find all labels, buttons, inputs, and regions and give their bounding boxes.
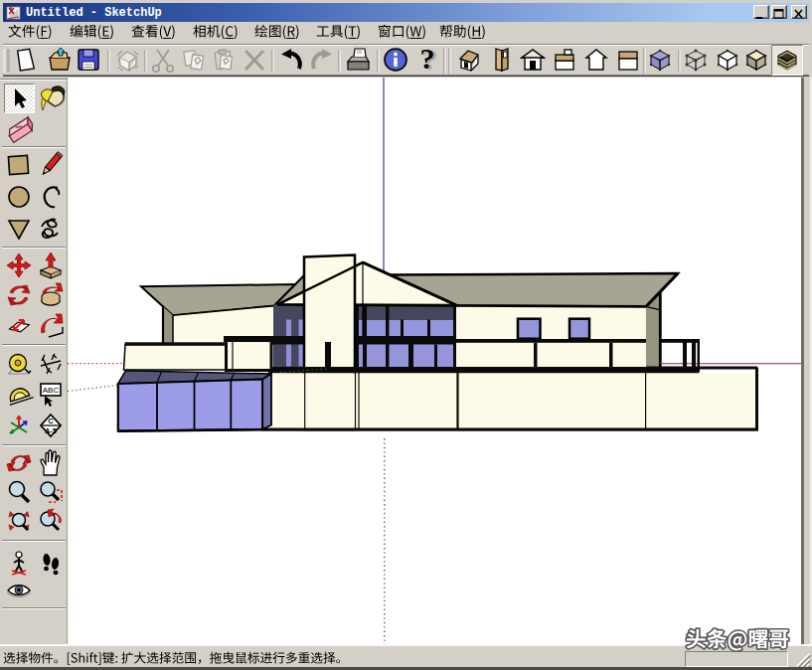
svg-text:A-5: A-5: [45, 426, 57, 435]
svg-text:C: C: [48, 417, 54, 425]
svg-text:?: ?: [420, 44, 435, 75]
svg-text:ABC: ABC: [43, 386, 60, 395]
